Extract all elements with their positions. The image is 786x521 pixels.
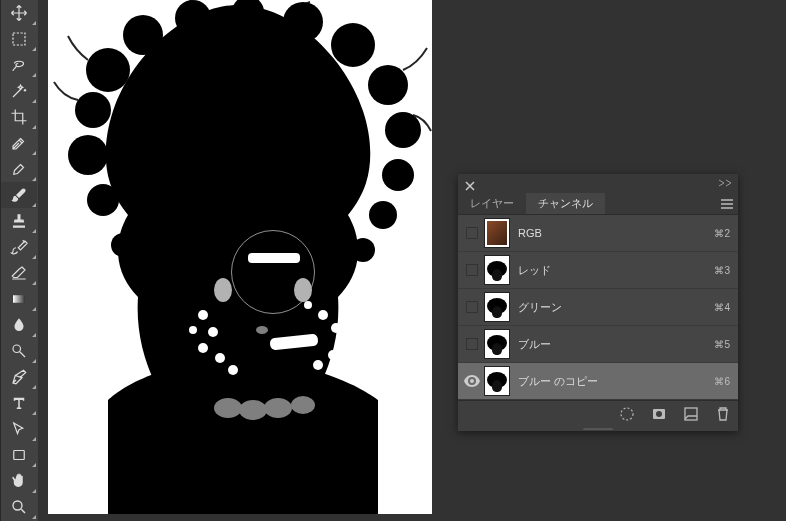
channel-row[interactable]: ブルー⌘5: [458, 326, 738, 363]
panel-footer: [458, 400, 738, 426]
svg-point-28: [198, 343, 208, 353]
svg-point-4: [13, 501, 22, 510]
tools-toolbar: [0, 0, 38, 521]
eye-icon: [464, 375, 480, 387]
svg-point-9: [87, 184, 119, 216]
svg-rect-0: [13, 33, 25, 45]
svg-point-35: [328, 350, 338, 360]
svg-point-14: [331, 23, 375, 67]
svg-point-16: [385, 112, 421, 148]
channel-thumbnail: [484, 329, 510, 359]
channel-row[interactable]: RGB⌘2: [458, 215, 738, 252]
svg-rect-24: [248, 253, 300, 263]
dodge-tool[interactable]: [1, 338, 37, 364]
new-channel-icon[interactable]: [682, 405, 700, 423]
visibility-toggle[interactable]: [462, 375, 482, 387]
visibility-off-box: [466, 264, 478, 276]
delete-channel-icon[interactable]: [714, 405, 732, 423]
visibility-toggle[interactable]: [462, 338, 482, 350]
svg-point-13: [283, 2, 323, 42]
channel-name: RGB: [518, 227, 714, 239]
panel-menu-icon[interactable]: [716, 193, 738, 214]
panel-tabbar: レイヤー チャンネル: [458, 193, 738, 215]
pen-tool[interactable]: [1, 364, 37, 390]
svg-point-40: [239, 400, 267, 420]
close-icon[interactable]: [464, 178, 476, 190]
svg-point-31: [189, 326, 197, 334]
visibility-off-box: [466, 301, 478, 313]
svg-point-33: [331, 323, 341, 333]
lasso-tool[interactable]: [1, 52, 37, 78]
channel-thumbnail: [484, 366, 510, 396]
load-selection-icon[interactable]: [618, 405, 636, 423]
save-selection-icon[interactable]: [650, 405, 668, 423]
svg-point-38: [304, 301, 312, 309]
move-tool[interactable]: [1, 0, 37, 26]
visibility-off-box: [466, 338, 478, 350]
channel-list: RGB⌘2レッド⌘3グリーン⌘4ブルー⌘5ブルー のコピー⌘6: [458, 215, 738, 400]
eraser-tool[interactable]: [1, 260, 37, 286]
svg-point-39: [214, 398, 242, 418]
canvas-image: [48, 0, 432, 514]
hand-tool[interactable]: [1, 468, 37, 494]
channel-thumbnail: [484, 292, 510, 322]
shape-tool[interactable]: [1, 442, 37, 468]
channel-shortcut: ⌘5: [714, 339, 730, 350]
channel-row[interactable]: レッド⌘3: [458, 252, 738, 289]
panel-resize-grip[interactable]: [458, 426, 738, 431]
gradient-tool[interactable]: [1, 286, 37, 312]
tab-layers[interactable]: レイヤー: [458, 193, 526, 214]
svg-point-10: [123, 15, 163, 55]
svg-point-19: [111, 233, 135, 257]
channel-shortcut: ⌘2: [714, 228, 730, 239]
stamp-tool[interactable]: [1, 208, 37, 234]
svg-point-42: [291, 396, 315, 414]
channels-panel: レイヤー チャンネル RGB⌘2レッド⌘3グリーン⌘4ブルー⌘5ブルー のコピー…: [458, 174, 738, 431]
svg-point-15: [368, 65, 408, 105]
eyedropper-tool[interactable]: [1, 130, 37, 156]
collapse-icon[interactable]: [718, 178, 732, 189]
svg-point-32: [318, 310, 328, 320]
svg-point-36: [313, 360, 323, 370]
svg-point-41: [264, 398, 292, 418]
path-select-tool[interactable]: [1, 416, 37, 442]
magic-wand-tool[interactable]: [1, 78, 37, 104]
channel-row[interactable]: グリーン⌘4: [458, 289, 738, 326]
svg-point-37: [344, 316, 352, 324]
channel-thumbnail: [484, 255, 510, 285]
document-canvas[interactable]: [48, 0, 432, 514]
channel-shortcut: ⌘6: [714, 376, 730, 387]
svg-point-17: [382, 159, 414, 191]
zoom-tool[interactable]: [1, 494, 37, 520]
blur-tool[interactable]: [1, 312, 37, 338]
svg-rect-46: [685, 408, 697, 420]
panel-titlebar[interactable]: [458, 174, 738, 193]
channel-name: レッド: [518, 263, 714, 278]
svg-point-27: [208, 327, 218, 337]
patch-tool[interactable]: [1, 156, 37, 182]
svg-point-34: [341, 337, 351, 347]
channel-name: グリーン: [518, 300, 714, 315]
svg-point-21: [214, 278, 232, 302]
svg-rect-1: [13, 295, 25, 303]
channel-shortcut: ⌘3: [714, 265, 730, 276]
brush-tool[interactable]: [1, 182, 37, 208]
marquee-tool[interactable]: [1, 26, 37, 52]
svg-point-22: [294, 278, 312, 302]
svg-point-8: [68, 135, 108, 175]
history-brush-tool[interactable]: [1, 234, 37, 260]
tab-channels[interactable]: チャンネル: [526, 193, 605, 214]
visibility-toggle[interactable]: [462, 301, 482, 313]
channel-row[interactable]: ブルー のコピー⌘6: [458, 363, 738, 400]
visibility-toggle[interactable]: [462, 227, 482, 239]
svg-point-43: [621, 408, 633, 420]
visibility-toggle[interactable]: [462, 264, 482, 276]
crop-tool[interactable]: [1, 104, 37, 130]
svg-point-18: [369, 201, 397, 229]
channel-name: ブルー のコピー: [518, 374, 714, 389]
svg-rect-3: [14, 451, 25, 460]
svg-point-23: [256, 326, 268, 334]
svg-point-20: [351, 238, 375, 262]
type-tool[interactable]: [1, 390, 37, 416]
svg-point-26: [198, 310, 208, 320]
